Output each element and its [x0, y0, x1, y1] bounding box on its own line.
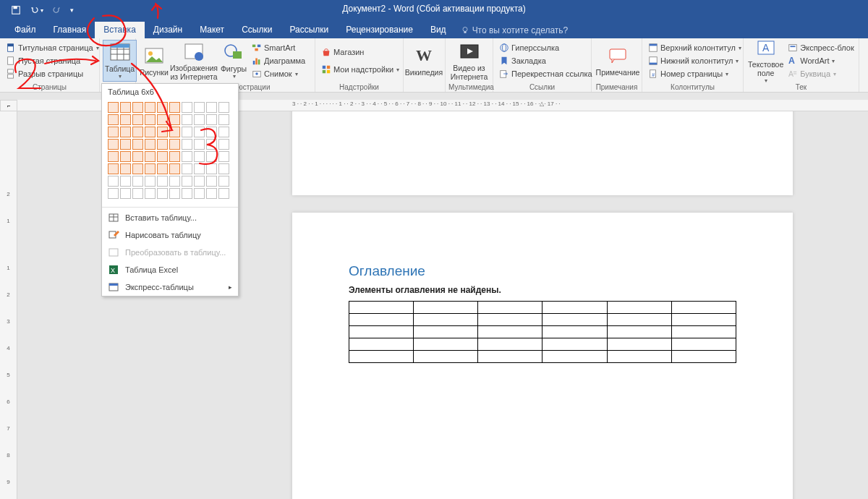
table-grid-cell[interactable] [108, 163, 119, 174]
hyperlink-button[interactable]: Гиперссылка [496, 41, 562, 54]
table-grid-cell[interactable] [182, 127, 192, 137]
table-grid-cell[interactable] [218, 163, 229, 174]
table-grid-cell[interactable] [218, 114, 229, 125]
table-grid-cell[interactable] [194, 151, 205, 162]
comment-button[interactable]: Примечание [595, 40, 641, 82]
table-grid-cell[interactable] [108, 114, 119, 125]
table-grid-cell[interactable] [120, 114, 131, 125]
tab-design[interactable]: Дизайн [145, 22, 191, 38]
table-grid-cell[interactable] [132, 151, 143, 162]
table-grid-cell[interactable] [157, 127, 168, 137]
tab-view[interactable]: Вид [422, 22, 455, 38]
crossref-button[interactable]: Перекрестная ссылка [496, 67, 595, 80]
table-grid-cell[interactable] [145, 102, 156, 113]
table-grid-cell[interactable] [169, 176, 180, 187]
table-grid-cell[interactable] [194, 176, 205, 187]
footer-button[interactable]: Нижний колонтитул▾ [645, 54, 741, 67]
cover-page-button[interactable]: Титульная страница▾ [3, 41, 102, 54]
table-grid-cell[interactable] [145, 114, 156, 125]
screenshot-button[interactable]: Снимок▾ [249, 67, 308, 80]
table-grid-cell[interactable] [132, 163, 143, 174]
vertical-ruler[interactable]: 2112345678910 [0, 111, 17, 499]
table-grid-cell[interactable] [132, 139, 143, 150]
redo-button[interactable] [46, 2, 67, 18]
table-grid-cell[interactable] [169, 127, 180, 137]
table-grid-cell[interactable] [206, 176, 217, 187]
shapes-button[interactable]: Фигуры▾ [218, 40, 249, 82]
table-grid-cell[interactable] [157, 163, 168, 174]
tab-layout[interactable]: Макет [191, 22, 233, 38]
tab-insert[interactable]: Вставка [95, 22, 145, 38]
store-button[interactable]: Магазин [318, 46, 367, 59]
table-grid-cell[interactable] [182, 163, 192, 174]
page-break-button[interactable]: Разрыв страницы [3, 67, 86, 80]
table-grid-cell[interactable] [206, 151, 217, 162]
tab-references[interactable]: Ссылки [233, 22, 281, 38]
table-grid-cell[interactable] [206, 139, 217, 150]
table-grid-cell[interactable] [182, 188, 192, 199]
draw-table-item[interactable]: Нарисовать таблицу [102, 226, 238, 244]
table-grid-cell[interactable] [145, 163, 156, 174]
table-grid-cell[interactable] [194, 188, 205, 199]
table-grid-cell[interactable] [182, 102, 192, 113]
table-grid-cell[interactable] [218, 188, 229, 199]
table-grid-cell[interactable] [218, 151, 229, 162]
table-grid-cell[interactable] [182, 114, 192, 125]
toc-heading[interactable]: Оглавление [349, 263, 736, 279]
table-grid-cell[interactable] [145, 151, 156, 162]
table-grid-cell[interactable] [108, 139, 119, 150]
wordart-button[interactable]: AWordArt▾ [785, 54, 856, 67]
table-grid-cell[interactable] [169, 163, 180, 174]
table-grid-cell[interactable] [182, 151, 192, 162]
table-grid-cell[interactable] [120, 139, 131, 150]
table-button[interactable]: Таблица▾ [103, 40, 137, 82]
tab-home[interactable]: Главная [45, 22, 95, 38]
table-grid-cell[interactable] [206, 102, 217, 113]
table-grid-cell[interactable] [132, 102, 143, 113]
online-pictures-button[interactable]: Изображения из Интернета [169, 40, 218, 82]
tab-review[interactable]: Рецензирование [337, 22, 422, 38]
table-grid-cell[interactable] [120, 176, 131, 187]
table-grid-cell[interactable] [206, 188, 217, 199]
table-grid-cell[interactable] [108, 176, 119, 187]
tell-me-search[interactable]: Что вы хотите сделать? [455, 22, 574, 38]
table-grid-cell[interactable] [145, 188, 156, 199]
table-grid-cell[interactable] [108, 151, 119, 162]
table-grid-cell[interactable] [132, 114, 143, 125]
table-grid-cell[interactable] [157, 139, 168, 150]
undo-button[interactable]: ▾ [26, 2, 46, 18]
table-grid-cell[interactable] [120, 102, 131, 113]
inserted-table[interactable] [349, 301, 736, 363]
table-grid-cell[interactable] [157, 102, 168, 113]
table-grid-cell[interactable] [169, 139, 180, 150]
table-grid-cell[interactable] [182, 176, 192, 187]
ruler-corner[interactable]: ⌐ [0, 100, 17, 111]
header-button[interactable]: Верхний колонтитул▾ [645, 41, 744, 54]
table-grid-cell[interactable] [132, 127, 143, 137]
table-grid-cell[interactable] [169, 114, 180, 125]
tab-mailings[interactable]: Рассылки [281, 22, 337, 38]
table-grid-cell[interactable] [108, 102, 119, 113]
page-2[interactable]: Оглавление Элементы оглавления не найден… [292, 213, 793, 499]
table-grid-cell[interactable] [218, 139, 229, 150]
table-grid-cell[interactable] [194, 163, 205, 174]
table-grid-cell[interactable] [145, 139, 156, 150]
textbox-button[interactable]: AТекстовое поле▾ [746, 40, 785, 82]
wikipedia-button[interactable]: WВикипедия [407, 40, 441, 82]
table-grid-cell[interactable] [206, 127, 217, 137]
table-grid-cell[interactable] [206, 114, 217, 125]
table-grid-cell[interactable] [120, 163, 131, 174]
save-button[interactable] [6, 2, 26, 18]
dropcap-button[interactable]: AБуквица▾ [785, 67, 856, 80]
table-grid-cell[interactable] [218, 176, 229, 187]
smartart-button[interactable]: SmartArt [249, 41, 308, 54]
table-grid-cell[interactable] [194, 102, 205, 113]
table-grid-cell[interactable] [120, 188, 131, 199]
table-grid-cell[interactable] [218, 102, 229, 113]
table-grid-cell[interactable] [218, 127, 229, 137]
table-grid-cell[interactable] [120, 127, 131, 137]
pictures-button[interactable]: Рисунки [139, 40, 169, 82]
table-grid-cell[interactable] [157, 151, 168, 162]
quick-tables-item[interactable]: Экспресс-таблицы▸ [102, 278, 238, 296]
table-grid-cell[interactable] [145, 127, 156, 137]
